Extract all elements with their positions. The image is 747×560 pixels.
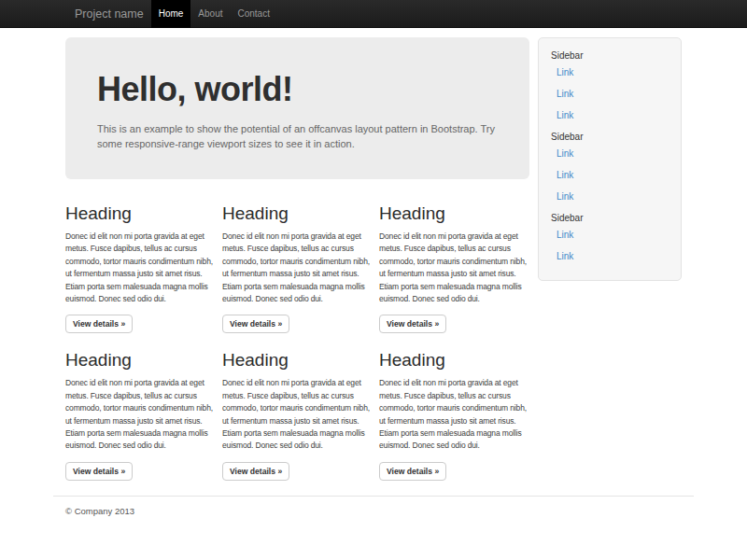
card-heading: Heading xyxy=(65,350,215,371)
sidebar-group-title: Sidebar xyxy=(539,50,681,61)
nav-link-contact[interactable]: Contact xyxy=(230,0,276,28)
sidebar-link[interactable]: Link xyxy=(539,191,681,202)
card-body-text: Donec id elit non mi porta gravida at eg… xyxy=(65,377,215,452)
card-body-text: Donec id elit non mi porta gravida at eg… xyxy=(65,231,215,305)
page-container: Hello, world! This is an example to show… xyxy=(53,37,694,516)
sidebar-group-1: Sidebar Link Link Link xyxy=(539,50,681,120)
sidebar-link[interactable]: Link xyxy=(539,67,681,77)
sidebar-link[interactable]: Link xyxy=(539,89,681,99)
main-column: Hello, world! This is an example to show… xyxy=(65,37,529,481)
view-details-button[interactable]: View details » xyxy=(222,315,289,333)
sidebar-group-2: Sidebar Link Link Link xyxy=(539,132,681,202)
card: Heading Donec id elit non mi porta gravi… xyxy=(65,350,215,480)
card: Heading Donec id elit non mi porta gravi… xyxy=(379,350,529,480)
cards-row-2: Heading Donec id elit non mi porta gravi… xyxy=(65,350,529,480)
view-details-button[interactable]: View details » xyxy=(222,462,289,481)
sidebar-group-3: Sidebar Link Link xyxy=(539,213,681,261)
navbar-brand[interactable]: Project name xyxy=(65,0,144,28)
footer-divider xyxy=(53,496,694,497)
view-details-button[interactable]: View details » xyxy=(65,315,133,333)
sidebar-link[interactable]: Link xyxy=(539,148,681,159)
top-navbar: Project name Home About Contact xyxy=(0,0,747,28)
sidebar-group-title: Sidebar xyxy=(539,213,681,223)
sidebar-group-title: Sidebar xyxy=(539,132,681,142)
sidebar-link[interactable]: Link xyxy=(539,110,681,120)
view-details-button[interactable]: View details » xyxy=(379,462,446,481)
card-body-text: Donec id elit non mi porta gravida at eg… xyxy=(222,377,372,452)
sidebar: Sidebar Link Link Link Sidebar Link Link… xyxy=(538,37,682,281)
card-heading: Heading xyxy=(379,203,529,224)
card-body-text: Donec id elit non mi porta gravida at eg… xyxy=(379,231,529,305)
sidebar-link[interactable]: Link xyxy=(539,230,681,240)
content-row: Hello, world! This is an example to show… xyxy=(53,37,694,481)
sidebar-link[interactable]: Link xyxy=(539,251,681,261)
jumbotron: Hello, world! This is an example to show… xyxy=(65,37,529,179)
nav-link-about[interactable]: About xyxy=(190,0,230,28)
sidebar-link[interactable]: Link xyxy=(539,170,681,180)
card-body-text: Donec id elit non mi porta gravida at eg… xyxy=(222,231,372,305)
nav-item-contact[interactable]: Contact xyxy=(230,0,276,28)
card-body-text: Donec id elit non mi porta gravida at eg… xyxy=(379,377,529,452)
card-heading: Heading xyxy=(379,350,529,371)
nav-item-about[interactable]: About xyxy=(190,0,230,28)
card-heading: Heading xyxy=(222,350,372,371)
copyright-text: © Company 2013 xyxy=(65,506,682,516)
card-heading: Heading xyxy=(222,203,372,224)
jumbotron-description: This is an example to show the potential… xyxy=(97,121,498,151)
footer: © Company 2013 xyxy=(53,496,694,516)
cards-row-1: Heading Donec id elit non mi porta gravi… xyxy=(65,203,529,333)
page-title: Hello, world! xyxy=(97,70,498,109)
navbar-inner: Project name Home About Contact xyxy=(65,0,682,28)
card: Heading Donec id elit non mi porta gravi… xyxy=(222,203,372,333)
nav-item-home[interactable]: Home xyxy=(151,0,191,28)
card: Heading Donec id elit non mi porta gravi… xyxy=(65,203,215,333)
view-details-button[interactable]: View details » xyxy=(379,315,446,333)
nav-link-home[interactable]: Home xyxy=(151,0,191,28)
view-details-button[interactable]: View details » xyxy=(65,462,133,481)
card: Heading Donec id elit non mi porta gravi… xyxy=(379,203,529,333)
card-heading: Heading xyxy=(65,203,215,224)
navbar-menu: Home About Contact xyxy=(151,0,277,28)
card: Heading Donec id elit non mi porta gravi… xyxy=(222,350,372,480)
